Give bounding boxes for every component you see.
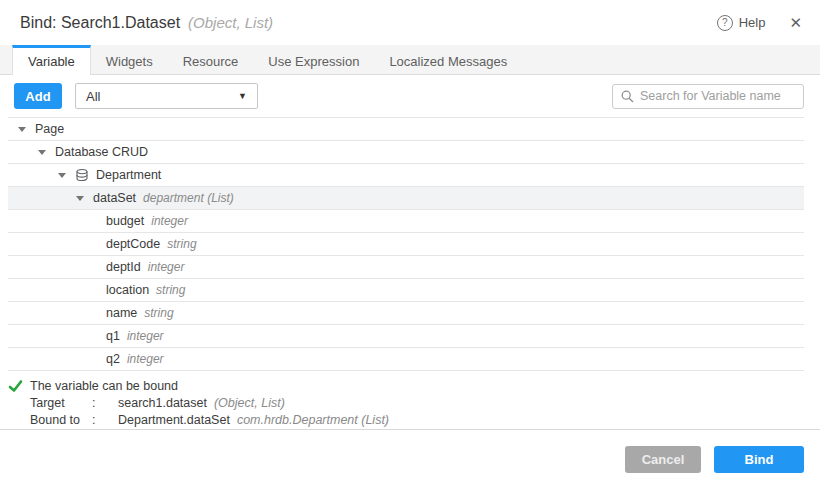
filter-selected-value: All <box>86 89 100 104</box>
status-colon: : <box>92 412 118 429</box>
database-icon <box>75 168 89 182</box>
search-field[interactable] <box>612 84 804 109</box>
tree-row-budget[interactable]: budget integer <box>8 210 804 233</box>
status-label: Target <box>30 395 92 412</box>
dialog-subtitle: (Object, List) <box>188 14 273 31</box>
tree-node-type: string <box>156 283 185 297</box>
expand-arrow-icon[interactable] <box>18 127 26 132</box>
variable-filter-dropdown[interactable]: All ▼ <box>75 83 258 109</box>
close-icon[interactable]: ✕ <box>789 15 802 30</box>
tree-row-dataset[interactable]: dataSet department (List) <box>8 187 804 210</box>
tab-use-expression[interactable]: Use Expression <box>253 45 374 74</box>
expand-arrow-icon[interactable] <box>38 150 46 155</box>
bind-button[interactable]: Bind <box>714 446 804 473</box>
tree-node-label: dataSet <box>93 191 136 205</box>
tree-node-type: integer <box>127 329 164 343</box>
status-detail: com.hrdb.Department (List) <box>237 413 389 427</box>
dialog-title: Bind: Search1.Dataset <box>20 14 180 32</box>
tab-widgets[interactable]: Widgets <box>91 45 168 74</box>
cancel-button[interactable]: Cancel <box>625 446 701 473</box>
tree-node-label: budget <box>106 214 144 228</box>
dialog-footer: Cancel Bind <box>0 429 820 488</box>
tree-row-department[interactable]: Department <box>8 164 804 187</box>
status-value: search1.dataset <box>118 396 207 410</box>
toolbar: Add All ▼ <box>0 75 820 117</box>
status-message: The variable can be bound <box>30 379 178 393</box>
check-icon <box>8 379 30 393</box>
status-bound-row: Bound to : Department.dataSetcom.hrdb.De… <box>30 412 804 429</box>
tree-node-label: Department <box>96 168 161 182</box>
tab-bar: Variable Widgets Resource Use Expression… <box>0 45 820 75</box>
tree-node-label: deptId <box>106 260 141 274</box>
tree-node-type: string <box>144 306 173 320</box>
help-icon[interactable]: ? <box>717 15 733 31</box>
status-target-row: Target : search1.dataset(Object, List) <box>30 395 804 412</box>
tree-row-q2[interactable]: q2 integer <box>8 348 804 371</box>
variable-tree: Page Database CRUD Department dataSet de… <box>8 117 804 371</box>
tree-row-deptid[interactable]: deptId integer <box>8 256 804 279</box>
tree-node-label: location <box>106 283 149 297</box>
tree-node-type: integer <box>151 214 188 228</box>
tree-node-label: name <box>106 306 137 320</box>
tree-row-deptcode[interactable]: deptCode string <box>8 233 804 256</box>
help-label[interactable]: Help <box>739 15 766 30</box>
tree-node-type: integer <box>148 260 185 274</box>
tree-node-label: deptCode <box>106 237 160 251</box>
add-button[interactable]: Add <box>14 83 62 109</box>
expand-arrow-icon[interactable] <box>58 173 66 178</box>
tree-row-q1[interactable]: q1 integer <box>8 325 804 348</box>
status-colon: : <box>92 395 118 412</box>
tree-node-label: Database CRUD <box>55 145 148 159</box>
tree-row-page[interactable]: Page <box>8 118 804 141</box>
tree-row-database-crud[interactable]: Database CRUD <box>8 141 804 164</box>
tab-resource[interactable]: Resource <box>168 45 254 74</box>
tab-localized-messages[interactable]: Localized Messages <box>374 45 522 74</box>
status-value: Department.dataSet <box>118 413 230 427</box>
search-input[interactable] <box>640 89 801 103</box>
chevron-down-icon: ▼ <box>238 91 247 101</box>
status-detail: (Object, List) <box>214 396 285 410</box>
tree-row-location[interactable]: location string <box>8 279 804 302</box>
tree-node-type: department (List) <box>143 191 234 205</box>
tab-variable[interactable]: Variable <box>12 45 91 75</box>
tree-node-type: integer <box>127 352 164 366</box>
dialog-header: Bind: Search1.Dataset (Object, List) ? H… <box>0 0 820 45</box>
status-label: Bound to <box>30 412 92 429</box>
tree-node-label: q1 <box>106 329 120 343</box>
search-icon <box>621 90 634 103</box>
expand-arrow-icon[interactable] <box>76 196 84 201</box>
tree-row-name[interactable]: name string <box>8 302 804 325</box>
tree-node-type: string <box>167 237 196 251</box>
tree-node-label: q2 <box>106 352 120 366</box>
tree-node-label: Page <box>35 122 64 136</box>
bind-status-panel: The variable can be bound Target : searc… <box>0 371 820 429</box>
